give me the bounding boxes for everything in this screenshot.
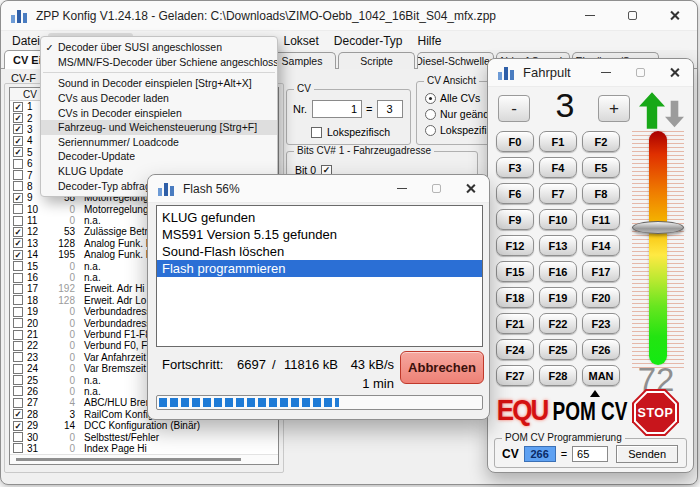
- menu-item[interactable]: ✓Decoder über SUSI angeschlossen: [41, 40, 277, 55]
- fkey-f2[interactable]: F2: [582, 131, 620, 152]
- speed-step-minus-button[interactable]: -: [498, 95, 530, 122]
- pom-cv-value-input[interactable]: 65: [572, 446, 608, 462]
- row-checkbox[interactable]: [13, 352, 23, 362]
- row-checkbox[interactable]: ✓: [13, 113, 23, 123]
- row-checkbox[interactable]: ✓: [13, 124, 23, 134]
- menu-item[interactable]: Fahrzeug- und Weichensteuerung [Strg+F]: [41, 120, 277, 135]
- cv-value-input[interactable]: 3: [377, 100, 403, 118]
- fahrpult-minimize-button[interactable]: [589, 59, 623, 86]
- scrollbar-thumb[interactable]: [16, 458, 241, 461]
- row-checkbox[interactable]: ✓: [13, 102, 23, 112]
- row-checkbox[interactable]: ✓: [13, 227, 23, 237]
- maximize-button[interactable]: [611, 1, 653, 30]
- slider-handle[interactable]: [632, 221, 684, 234]
- direction-reverse-arrow-icon[interactable]: [665, 100, 684, 128]
- fkey-f15[interactable]: F15: [496, 261, 534, 282]
- pom-cv-button[interactable]: POM CV: [552, 397, 628, 426]
- fkey-f25[interactable]: F25: [539, 339, 577, 360]
- menubar-item-lokset[interactable]: Lokset: [276, 33, 325, 49]
- row-checkbox[interactable]: ✓: [13, 136, 23, 146]
- equ-button[interactable]: EQU: [492, 393, 552, 429]
- log-line[interactable]: MS591 Version 5.15 gefunden: [162, 226, 477, 243]
- menubar-item-decoder-typ[interactable]: Decoder-Typ: [327, 33, 410, 49]
- fkey-f24[interactable]: F24: [496, 339, 534, 360]
- tab-samples[interactable]: Samples: [268, 52, 336, 69]
- row-checkbox[interactable]: [13, 386, 23, 396]
- fahrpult-maximize-button[interactable]: [623, 59, 657, 86]
- fkey-f26[interactable]: F26: [582, 339, 620, 360]
- fkey-f20[interactable]: F20: [582, 287, 620, 308]
- row-checkbox[interactable]: [13, 261, 23, 271]
- flash-close-button[interactable]: [453, 175, 487, 202]
- fkey-f19[interactable]: F19: [539, 287, 577, 308]
- row-checkbox[interactable]: [13, 341, 23, 351]
- row-checkbox[interactable]: [13, 364, 23, 374]
- fkey-f14[interactable]: F14: [582, 235, 620, 256]
- fkey-f21[interactable]: F21: [496, 313, 534, 334]
- row-checkbox[interactable]: [13, 318, 23, 328]
- row-checkbox[interactable]: [13, 170, 23, 180]
- fkey-f22[interactable]: F22: [539, 313, 577, 334]
- fkey-f1[interactable]: F1: [539, 131, 577, 152]
- fkey-man[interactable]: MAN: [582, 365, 620, 386]
- horizontal-scrollbar[interactable]: [10, 454, 278, 464]
- stop-button[interactable]: STOP: [632, 389, 679, 436]
- row-checkbox[interactable]: [13, 216, 23, 226]
- fkey-f28[interactable]: F28: [539, 365, 577, 386]
- row-checkbox[interactable]: ✓: [13, 250, 23, 260]
- fkey-f9[interactable]: F9: [496, 209, 534, 230]
- flash-maximize-button[interactable]: [419, 175, 453, 202]
- flash-log-listbox[interactable]: KLUG gefundenMS591 Version 5.15 gefunden…: [156, 205, 483, 347]
- abbrechen-button[interactable]: Abbrechen: [400, 351, 484, 384]
- table-row[interactable]: 310Index Page Hi: [10, 443, 278, 454]
- fkey-f18[interactable]: F18: [496, 287, 534, 308]
- row-checkbox[interactable]: [13, 181, 23, 191]
- log-line[interactable]: KLUG gefunden: [162, 209, 477, 226]
- fkey-f4[interactable]: F4: [539, 157, 577, 178]
- fkey-f7[interactable]: F7: [539, 183, 577, 204]
- menu-item[interactable]: CVs aus Decoder laden: [41, 91, 277, 106]
- fkey-f13[interactable]: F13: [539, 235, 577, 256]
- log-line[interactable]: Flash programmieren: [157, 260, 482, 277]
- fkey-f16[interactable]: F16: [539, 261, 577, 282]
- menu-item[interactable]: MS/MN/FS-Decoder über Schiene angeschlos…: [41, 55, 277, 70]
- table-row[interactable]: ✓2914DCC Konfiguration (Binär): [10, 420, 278, 431]
- row-checkbox[interactable]: [13, 159, 23, 169]
- close-button[interactable]: [653, 1, 695, 30]
- pom-cv-number-input[interactable]: 266: [524, 446, 556, 462]
- row-checkbox[interactable]: [13, 295, 23, 305]
- fkey-f23[interactable]: F23: [582, 313, 620, 334]
- table-row[interactable]: 300Selbsttest/Fehler: [10, 431, 278, 442]
- fkey-f27[interactable]: F27: [496, 365, 534, 386]
- row-checkbox[interactable]: ✓: [13, 421, 23, 431]
- row-checkbox[interactable]: [13, 330, 23, 340]
- senden-button[interactable]: Senden: [616, 445, 678, 463]
- lokspezifisch-checkbox[interactable]: [311, 127, 322, 138]
- fkey-f3[interactable]: F3: [496, 157, 534, 178]
- fkey-f8[interactable]: F8: [582, 183, 620, 204]
- fkey-f12[interactable]: F12: [496, 235, 534, 256]
- log-line[interactable]: Sound-Flash löschen: [162, 243, 477, 260]
- row-checkbox[interactable]: [13, 307, 23, 317]
- fkey-f10[interactable]: F10: [539, 209, 577, 230]
- menu-item[interactable]: Decoder-Update: [41, 149, 277, 164]
- menu-item[interactable]: Seriennummer/ Loadcode: [41, 135, 277, 150]
- flash-minimize-button[interactable]: [385, 175, 419, 202]
- row-checkbox[interactable]: ✓: [13, 193, 23, 203]
- row-checkbox[interactable]: [13, 273, 23, 283]
- fkey-f17[interactable]: F17: [582, 261, 620, 282]
- menu-item[interactable]: CVs in Decoder einspielen: [41, 105, 277, 120]
- row-checkbox[interactable]: [13, 398, 23, 408]
- speed-step-plus-button[interactable]: +: [598, 95, 630, 122]
- fkey-f0[interactable]: F0: [496, 131, 534, 152]
- minimize-button[interactable]: [569, 1, 611, 30]
- speed-slider[interactable]: [630, 131, 686, 369]
- menu-item[interactable]: Sound in Decoder einspielen [Strg+Alt+X]: [41, 76, 277, 91]
- tab-diesel-schwellen[interactable]: Diesel-Schwellen: [417, 52, 494, 69]
- cv-number-input[interactable]: 1: [312, 100, 362, 118]
- row-checkbox[interactable]: ✓: [13, 409, 23, 419]
- row-checkbox[interactable]: ✓: [13, 147, 23, 157]
- fkey-f11[interactable]: F11: [582, 209, 620, 230]
- fkey-f6[interactable]: F6: [496, 183, 534, 204]
- direction-forward-arrow-icon[interactable]: [639, 92, 665, 129]
